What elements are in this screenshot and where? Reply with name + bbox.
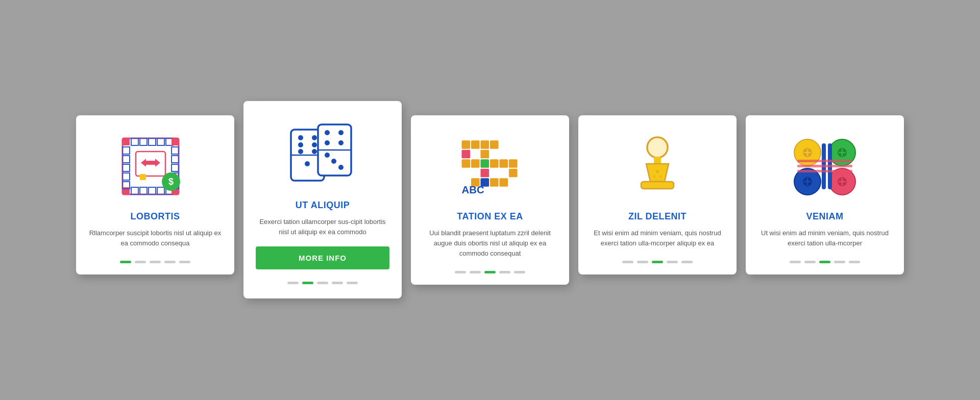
- svg-point-80: [804, 153, 807, 156]
- dot: [637, 261, 648, 263]
- dot: [470, 271, 481, 273]
- card-zil-dots: [622, 258, 693, 263]
- card-lobortis: $ LOBORTIS Rllamcorper suscipit lobortis…: [76, 115, 234, 274]
- svg-rect-58: [481, 159, 489, 168]
- svg-point-46: [338, 140, 344, 145]
- dot: [804, 261, 816, 263]
- card-tation-ex-ea: ABC TATION EX EA Uui blandit praesent lu…: [411, 115, 569, 285]
- card-veniam-dots: [790, 258, 860, 263]
- card-ut-aliquip-dots: [287, 279, 358, 284]
- svg-point-84: [839, 149, 842, 152]
- svg-rect-22: [172, 164, 179, 171]
- svg-rect-72: [641, 182, 674, 189]
- card-ut-aliquip-desc: Eexerci tation ullamcorper sus-cipit lob…: [256, 217, 389, 237]
- svg-point-39: [312, 149, 317, 154]
- buttons-game-icon: [784, 131, 866, 202]
- dot: [455, 271, 466, 273]
- svg-point-74: [653, 175, 656, 178]
- dot: [514, 271, 525, 273]
- svg-rect-71: [654, 157, 661, 164]
- svg-rect-3: [140, 138, 147, 145]
- dot-active: [484, 271, 496, 273]
- crossword-icon: ABC: [449, 131, 531, 202]
- svg-rect-17: [122, 164, 130, 171]
- svg-point-79: [808, 149, 811, 152]
- svg-rect-16: [122, 156, 130, 163]
- card-veniam-title: VENIAM: [806, 211, 843, 222]
- dot: [287, 282, 299, 284]
- svg-rect-104: [797, 170, 852, 172]
- svg-point-49: [338, 165, 344, 170]
- dot: [834, 261, 845, 263]
- svg-rect-63: [509, 168, 518, 177]
- svg-rect-66: [490, 178, 499, 187]
- dot: [332, 282, 343, 284]
- svg-rect-102: [797, 160, 852, 162]
- svg-point-37: [312, 142, 317, 147]
- more-info-button[interactable]: MORE INFO: [256, 246, 389, 269]
- svg-rect-53: [490, 140, 499, 149]
- svg-point-99: [843, 182, 846, 185]
- svg-point-44: [338, 130, 344, 135]
- svg-point-34: [298, 135, 303, 140]
- card-ut-aliquip: UT ALIQUIP Eexerci tation ullamcorper su…: [243, 101, 402, 298]
- svg-rect-1: [122, 138, 130, 145]
- svg-point-73: [656, 170, 659, 173]
- svg-point-35: [312, 135, 317, 140]
- dot-active: [819, 261, 830, 263]
- svg-rect-50: [462, 140, 471, 149]
- card-lobortis-desc: Rllamcorper suscipit lobortis nisl ut al…: [88, 228, 222, 248]
- svg-rect-57: [471, 159, 480, 168]
- svg-rect-7: [172, 138, 179, 145]
- svg-point-47: [325, 153, 330, 158]
- card-zil-title: ZIL DELENIT: [628, 211, 687, 222]
- dot: [681, 261, 693, 263]
- svg-rect-61: [509, 159, 518, 168]
- svg-point-78: [804, 149, 807, 152]
- svg-rect-11: [149, 187, 156, 194]
- dot: [179, 261, 190, 263]
- svg-rect-51: [471, 140, 480, 149]
- svg-point-90: [804, 178, 807, 181]
- svg-point-93: [808, 182, 811, 185]
- svg-point-48: [331, 159, 336, 164]
- card-tation-desc: Uui blandit praesent luptatum zzril dele…: [423, 228, 557, 259]
- card-ut-aliquip-title: UT ALIQUIP: [296, 200, 350, 211]
- svg-rect-21: [172, 156, 179, 163]
- card-tation-title: TATION EX EA: [457, 211, 523, 222]
- svg-point-96: [839, 178, 842, 181]
- dot: [667, 261, 678, 263]
- svg-point-43: [325, 130, 330, 135]
- svg-text:$: $: [168, 177, 174, 187]
- svg-marker-28: [155, 159, 160, 167]
- svg-rect-56: [462, 159, 471, 168]
- svg-rect-2: [131, 138, 138, 145]
- svg-rect-9: [131, 187, 138, 194]
- svg-rect-20: [172, 147, 179, 154]
- card-zil-desc: Et wisi enim ad minim veniam, quis nostr…: [591, 228, 724, 248]
- svg-point-36: [298, 142, 303, 147]
- dot: [135, 261, 146, 263]
- svg-point-91: [808, 178, 811, 181]
- svg-rect-59: [490, 159, 499, 168]
- svg-point-75: [659, 175, 662, 178]
- svg-rect-54: [462, 149, 471, 158]
- svg-rect-15: [122, 147, 130, 154]
- dot: [622, 261, 633, 263]
- svg-rect-103: [797, 165, 852, 167]
- board-game-icon: $: [114, 131, 196, 202]
- svg-rect-31: [140, 174, 146, 180]
- card-zil-delenit: ZIL DELENIT Et wisi enim ad minim veniam…: [578, 115, 737, 274]
- card-tation-dots: [455, 268, 525, 273]
- svg-rect-4: [149, 138, 156, 145]
- svg-rect-60: [500, 159, 508, 168]
- svg-point-86: [839, 153, 842, 156]
- card-veniam: VENIAM Ut wisi enim ad minim veniam, qui…: [746, 115, 904, 274]
- svg-point-81: [808, 153, 811, 156]
- svg-rect-55: [481, 149, 489, 158]
- svg-point-70: [647, 137, 668, 158]
- dot: [164, 261, 176, 263]
- cards-container: $ LOBORTIS Rllamcorper suscipit lobortis…: [35, 95, 945, 305]
- svg-point-85: [843, 149, 846, 152]
- svg-point-45: [325, 140, 330, 145]
